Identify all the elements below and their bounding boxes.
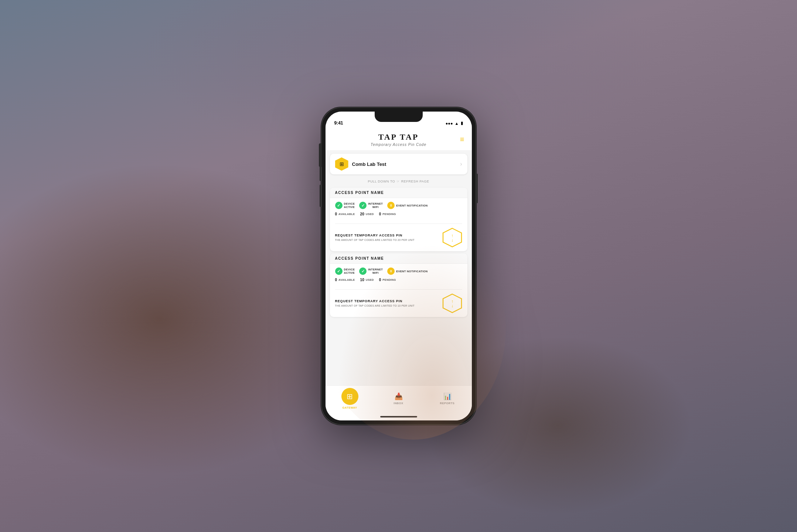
notification-count-2: 0: [390, 269, 392, 273]
device-check-icon: ✓: [335, 202, 343, 209]
wifi-status-icon: ▲: [455, 121, 459, 126]
notification-label: EVENT NOTIFICATION: [396, 204, 428, 207]
hamburger-menu-icon[interactable]: ≡: [460, 135, 464, 143]
access-card-1-body: ✓ DEVICE ACTIVE ✓: [330, 198, 467, 224]
reports-nav-icon: 📊: [443, 392, 452, 400]
checkmark-icon-2: ✓: [361, 203, 365, 208]
status-time: 9:41: [334, 120, 343, 126]
request-hex-button-2[interactable]: ↑ ↓: [442, 293, 462, 313]
internet-label-2: INTERNET: [368, 268, 383, 271]
inbox-nav-label: INBOX: [394, 402, 403, 405]
pending-count-2: 0 PENDING: [379, 278, 396, 282]
scroll-content[interactable]: ⊞ Comb Lab Test › PULL DOWN TO ☞ REFRESH…: [326, 151, 472, 385]
gateway-nav-icon: ⊞: [347, 392, 353, 401]
notification-status-2: 0 EVENT NOTIFICATION: [387, 267, 428, 275]
inbox-nav-icon: 📥: [395, 392, 403, 400]
used-num-2: 10: [360, 278, 364, 282]
pending-label: PENDING: [382, 212, 396, 216]
internet-status: ✓ INTERNET WIFI: [359, 202, 383, 209]
request-desc-2: THE AMOUNT OF TAP CODES ARE LIMITED TO 1…: [335, 304, 442, 308]
app-header: TAP TAP Temporary Access Pin Code ≡: [326, 128, 472, 151]
access-card-1-header: ACCESS POINT NAME: [330, 188, 467, 198]
gateway-active-circle: ⊞: [341, 388, 358, 405]
request-section-2: REQUEST TEMPORARY ACCESS PIN THE AMOUNT …: [330, 290, 467, 317]
gateway-hex-icon: ⊞: [335, 157, 348, 171]
pending-num-2: 0: [379, 278, 381, 282]
phone-frame: 9:41 ●●● ▲ ▮ TAP TAP Temporary Access Pi…: [321, 107, 476, 425]
app-subtitle: Temporary Access Pin Code: [333, 143, 464, 147]
internet-status-2: ✓ INTERNET WIFI: [359, 267, 383, 275]
access-card-2-header: ACCESS POINT NAME: [330, 253, 467, 264]
hex-outline-svg-2: ↑ ↓: [442, 293, 462, 313]
status-row-1: ✓ DEVICE ACTIVE ✓: [335, 202, 462, 209]
used-count-2: 10 USED: [360, 278, 374, 282]
pending-num: 0: [379, 212, 381, 216]
reports-nav-label: REPORTS: [440, 402, 455, 405]
hand-icon: ☞: [396, 180, 400, 183]
count-row-2: 0 AVAILABLE 10 USED 0 PENDING: [335, 278, 462, 282]
notification-label-2: EVENT NOTIFICATION: [396, 270, 428, 273]
gateway-name: Comb Lab Test: [352, 161, 457, 167]
home-bar: [380, 416, 417, 417]
app-title: TAP TAP: [333, 132, 464, 142]
used-num: 20: [360, 212, 364, 216]
checkmark-icon-4: ✓: [361, 269, 365, 274]
nav-gateway[interactable]: ⊞ GATEWAY: [326, 388, 374, 409]
gateway-nav-label: GATEWAY: [342, 406, 357, 409]
checkmark-icon-3: ✓: [337, 269, 340, 274]
svg-text:↓: ↓: [451, 303, 453, 308]
request-section-1: REQUEST TEMPORARY ACCESS PIN THE AMOUNT …: [330, 224, 467, 251]
access-card-2: ACCESS POINT NAME ✓ DEVICE ACTI: [330, 253, 467, 317]
device-label: DEVICE: [344, 202, 355, 205]
access-point-1-name: ACCESS POINT NAME: [335, 191, 462, 195]
svg-text:↓: ↓: [451, 238, 453, 243]
battery-icon: ▮: [461, 121, 463, 126]
device-active-status: ✓ DEVICE ACTIVE: [335, 202, 355, 209]
checkmark-icon: ✓: [337, 203, 340, 208]
access-point-2-name: ACCESS POINT NAME: [335, 256, 462, 260]
available-num: 0: [335, 212, 337, 216]
used-label: USED: [366, 212, 374, 216]
device-check-icon-2: ✓: [335, 267, 343, 275]
request-title-2: REQUEST TEMPORARY ACCESS PIN: [335, 299, 442, 303]
internet-sub-label-2: WIFI: [368, 271, 383, 274]
available-label-2: AVAILABLE: [338, 278, 355, 282]
request-title-1: REQUEST TEMPORARY ACCESS PIN: [335, 233, 442, 237]
status-row-2: ✓ DEVICE ACTIVE ✓: [335, 267, 462, 275]
bottom-padding: [326, 319, 472, 323]
app-content: TAP TAP Temporary Access Pin Code ≡ ⊞ Co…: [326, 128, 472, 420]
phone-notch: [375, 112, 423, 122]
notification-status: 0 EVENT NOTIFICATION: [387, 202, 428, 209]
pull-text: PULL DOWN TO: [368, 180, 395, 183]
nav-reports[interactable]: 📊 REPORTS: [423, 392, 472, 405]
device-label-2: DEVICE: [344, 268, 355, 271]
nav-inbox[interactable]: 📥 INBOX: [374, 392, 423, 405]
access-card-1: ACCESS POINT NAME ✓ DEVICE ACTI: [330, 188, 467, 251]
gateway-chevron-icon: ›: [460, 161, 462, 167]
available-count-2: 0 AVAILABLE: [335, 278, 355, 282]
used-count: 20 USED: [360, 212, 374, 216]
request-desc-1: THE AMOUNT OF TAP CODES ARE LIMITED TO 2…: [335, 238, 442, 242]
device-sub-label-2: ACTIVE: [344, 271, 355, 274]
signal-icon: ●●●: [446, 121, 453, 126]
notification-count: 0: [390, 204, 392, 207]
used-label-2: USED: [366, 278, 374, 282]
pull-to-refresh: PULL DOWN TO ☞ REFRESH PAGE: [326, 177, 472, 185]
refresh-text: REFRESH PAGE: [401, 180, 429, 183]
device-sub-label: ACTIVE: [344, 205, 355, 209]
status-icons: ●●● ▲ ▮: [446, 121, 463, 126]
bottom-nav: ⊞ GATEWAY 📥 INBOX 📊 REPORTS: [326, 385, 472, 413]
notification-badge-2: 0: [387, 267, 395, 275]
available-num-2: 0: [335, 278, 337, 282]
internet-label: INTERNET: [368, 202, 383, 205]
access-card-2-body: ✓ DEVICE ACTIVE ✓: [330, 264, 467, 289]
request-text-1: REQUEST TEMPORARY ACCESS PIN THE AMOUNT …: [335, 233, 442, 242]
available-count: 0 AVAILABLE: [335, 212, 355, 216]
available-label: AVAILABLE: [338, 212, 355, 216]
request-hex-button-1[interactable]: ↑ ↓: [442, 228, 462, 248]
internet-check-icon: ✓: [359, 202, 367, 209]
pending-label-2: PENDING: [382, 278, 396, 282]
count-row-1: 0 AVAILABLE 20 USED 0 PENDING: [335, 212, 462, 216]
device-active-status-2: ✓ DEVICE ACTIVE: [335, 267, 355, 275]
gateway-selector[interactable]: ⊞ Comb Lab Test ›: [330, 154, 467, 174]
